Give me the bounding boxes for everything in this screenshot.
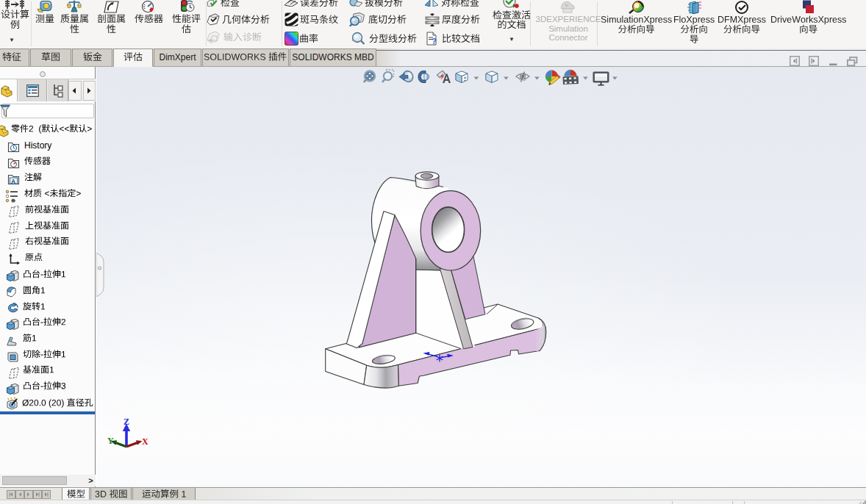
svg-text:Y: Y — [107, 436, 114, 446]
svg-text:?: ? — [432, 37, 437, 46]
svg-text:A: A — [11, 178, 15, 185]
svg-text:X: X — [142, 436, 148, 447]
svg-text:Z: Z — [124, 417, 129, 427]
